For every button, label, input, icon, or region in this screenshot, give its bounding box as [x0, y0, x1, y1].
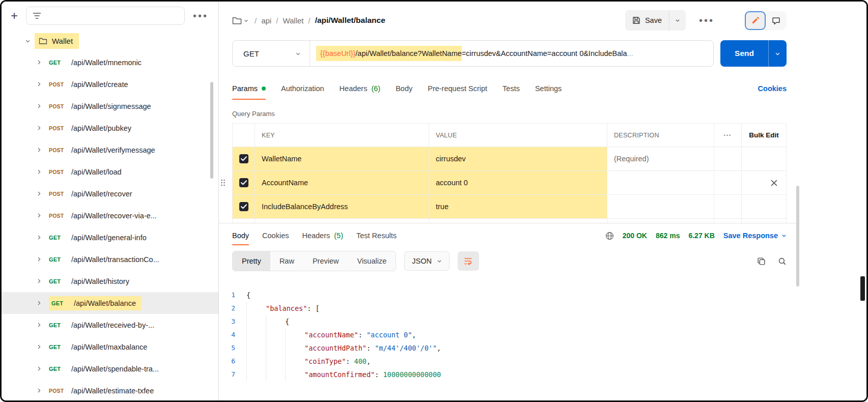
chevron-right-icon[interactable] — [36, 103, 42, 109]
request-entry: POST/api/Wallet/estimate-txfee — [49, 387, 154, 395]
sidebar-item-api-wallet-signmessage[interactable]: POST/api/Wallet/signmessage — [2, 95, 218, 117]
chevron-right-icon[interactable] — [36, 169, 42, 175]
chevron-right-icon[interactable] — [36, 125, 42, 131]
view-preview[interactable]: Preview — [303, 251, 348, 271]
url-input[interactable]: {{baseUrl}}/api/Wallet/balance?WalletNam… — [310, 46, 713, 61]
param-key-input[interactable]: AccountName — [255, 171, 429, 194]
chevron-down-icon[interactable] — [25, 38, 31, 44]
cookies-link[interactable]: Cookies — [758, 84, 787, 93]
tab-headers[interactable]: Headers(6) — [340, 75, 381, 102]
tab-headers[interactable]: Headers(5) — [302, 223, 343, 248]
chevron-right-icon[interactable] — [36, 388, 42, 393]
breadcrumb-item[interactable]: Wallet — [283, 16, 303, 25]
sidebar-item-api-wallet-balance[interactable]: GET/api/Wallet/balance — [2, 292, 218, 314]
chevron-right-icon[interactable] — [36, 344, 42, 350]
send-label[interactable]: Send — [720, 40, 768, 67]
chevron-right-icon[interactable] — [36, 300, 42, 306]
param-more-cell — [714, 147, 742, 170]
param-key-input[interactable]: IncludeBalanceByAddress — [255, 195, 429, 218]
sidebar-item-api-wallet-general-info[interactable]: GET/api/Wallet/general-info — [2, 226, 218, 248]
sidebar-scrollbar[interactable] — [210, 82, 213, 179]
filter-input[interactable] — [26, 7, 185, 25]
header-more-options-icon[interactable]: ••• — [714, 124, 742, 147]
save-options-chevron[interactable] — [669, 10, 686, 31]
format-dropdown[interactable]: JSON — [404, 251, 450, 271]
breadcrumb-item[interactable]: api — [261, 16, 271, 25]
checkbox-checked-icon[interactable] — [239, 178, 248, 187]
tab-body[interactable]: Body — [232, 223, 249, 248]
sidebar-item-api-wallet-pubkey[interactable]: POST/api/Wallet/pubkey — [2, 117, 218, 139]
view-visualize[interactable]: Visualize — [348, 251, 396, 271]
tab-settings[interactable]: Settings — [535, 75, 562, 102]
method-dropdown[interactable]: GET — [233, 41, 310, 66]
tab-params[interactable]: Params — [232, 75, 266, 102]
request-path: /api/Wallet/load — [71, 168, 122, 176]
chevron-right-icon[interactable] — [36, 147, 42, 153]
chevron-right-icon[interactable] — [36, 81, 42, 87]
send-options-chevron[interactable] — [768, 40, 787, 67]
param-description-input[interactable] — [607, 195, 714, 218]
response-size[interactable]: 6.27 KB — [688, 232, 714, 240]
content-scrollbar[interactable] — [796, 186, 799, 286]
chevron-right-icon[interactable] — [36, 322, 42, 328]
tab-authorization[interactable]: Authorization — [281, 75, 324, 102]
param-value-input[interactable]: account 0 — [429, 171, 607, 194]
sidebar-item-api-wallet-mnemonic[interactable]: GET/api/Wallet/mnemonic — [2, 51, 218, 73]
checkbox-checked-icon[interactable] — [239, 202, 248, 211]
param-value-input[interactable]: cirrusdev — [429, 147, 607, 170]
chevron-right-icon[interactable] — [36, 235, 42, 240]
response-time[interactable]: 862 ms — [656, 232, 680, 240]
new-tab-button[interactable]: + — [9, 10, 20, 21]
sidebar-item-api-wallet-create[interactable]: POST/api/Wallet/create — [2, 73, 218, 95]
sidebar-item-api-wallet-estimate-txfee[interactable]: POST/api/Wallet/estimate-txfee — [2, 380, 218, 400]
chevron-right-icon[interactable] — [36, 213, 42, 218]
tab-cookies[interactable]: Cookies — [262, 223, 289, 248]
tab-tests[interactable]: Tests — [502, 75, 520, 102]
save-response-button[interactable]: Save Response — [723, 232, 787, 240]
status-code[interactable]: 200 OK — [623, 232, 647, 240]
sidebar-item-api-wallet-maxbalance[interactable]: GET/api/Wallet/maxbalance — [2, 336, 218, 358]
chevron-right-icon[interactable] — [36, 278, 42, 284]
param-description-input[interactable]: (Required) — [607, 147, 714, 170]
tab-body[interactable]: Body — [396, 75, 412, 102]
chevron-right-icon[interactable] — [36, 60, 42, 65]
comments-button[interactable] — [766, 11, 787, 30]
view-pretty[interactable]: Pretty — [233, 251, 270, 271]
param-value-input[interactable]: true — [429, 195, 607, 218]
collection-selector[interactable] — [232, 16, 248, 24]
sidebar-item-api-wallet-history[interactable]: GET/api/Wallet/history — [2, 270, 218, 292]
app-window: + ••• Wallet GET/api/Wallet/ — [0, 0, 868, 402]
chevron-right-icon[interactable] — [36, 191, 42, 196]
view-raw[interactable]: Raw — [270, 251, 303, 271]
sidebar-item-api-wallet-received-by[interactable]: GET/api/Wallet/received-by-... — [2, 314, 218, 336]
sidebar-item-api-wallet-recover-via-e[interactable]: POST/api/Wallet/recover-via-e... — [2, 205, 218, 226]
checkbox-checked-icon[interactable] — [239, 154, 248, 163]
sidebar-more-options-icon[interactable]: ••• — [191, 13, 210, 18]
sidebar-item-api-wallet-verifymessage[interactable]: POST/api/Wallet/verifymessage — [2, 139, 218, 161]
sidebar-item-api-wallet-load[interactable]: POST/api/Wallet/load — [2, 161, 218, 183]
response-body[interactable]: 1{2"balances": [3{4"accountName": "accou… — [219, 276, 800, 400]
wrap-lines-button[interactable] — [458, 251, 479, 271]
sidebar-folder-wallet[interactable]: Wallet — [2, 30, 218, 51]
edit-mode-button[interactable] — [745, 11, 766, 30]
save-button-main[interactable]: Save — [625, 10, 669, 31]
save-button[interactable]: Save — [625, 10, 686, 31]
chevron-right-icon[interactable] — [36, 256, 42, 262]
chevron-right-icon[interactable] — [36, 366, 42, 371]
tab-pre-request-script[interactable]: Pre-request Script — [428, 75, 487, 102]
param-key-input[interactable]: WalletName — [255, 147, 429, 170]
window-scrollbar-thumb[interactable] — [860, 276, 865, 301]
sidebar-item-api-wallet-spendable-tra[interactable]: GET/api/Wallet/spendable-tra... — [2, 358, 218, 380]
copy-icon[interactable] — [757, 257, 766, 266]
param-description-input[interactable] — [607, 171, 714, 194]
sidebar-item-api-wallet-transactionco[interactable]: GET/api/Wallet/transactionCo... — [2, 248, 218, 270]
close-icon[interactable] — [771, 180, 779, 186]
search-icon[interactable] — [778, 257, 787, 266]
request-more-options-icon[interactable]: ••• — [697, 18, 716, 23]
send-button[interactable]: Send — [720, 40, 787, 67]
bulk-edit-button[interactable]: Bulk Edit — [742, 124, 786, 147]
sidebar-item-api-wallet-recover[interactable]: POST/api/Wallet/recover — [2, 183, 218, 205]
tab-test-results[interactable]: Test Results — [356, 223, 397, 248]
response-tabs: BodyCookiesHeaders(5)Test Results — [232, 223, 397, 248]
drag-handle-icon[interactable] — [220, 179, 226, 187]
